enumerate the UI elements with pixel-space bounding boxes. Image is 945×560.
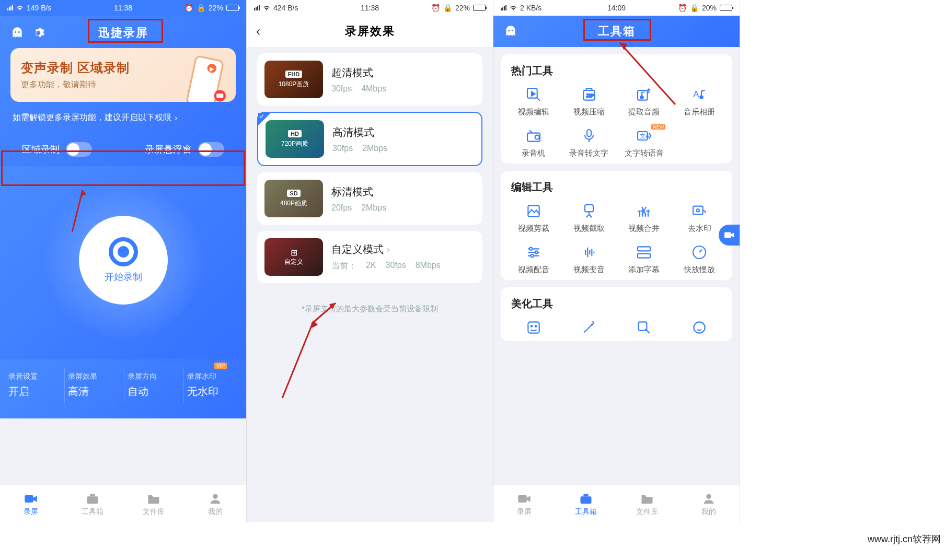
quality-mode-fhd[interactable]: FHD 1080P画质 超清模式 30fps4Mbps <box>257 53 482 106</box>
tool-speech-to-text[interactable]: 录音转文字 <box>561 127 617 158</box>
status-time: 11:38 <box>361 4 379 12</box>
svg-point-16 <box>535 135 539 139</box>
ghost-icon[interactable] <box>504 25 517 38</box>
svg-rect-35 <box>724 232 731 238</box>
svg-rect-36 <box>518 495 526 503</box>
camera-icon <box>723 229 735 241</box>
bottom-nav-1: 录屏 工具箱 文件库 我的 <box>0 485 246 522</box>
signal-icon <box>501 5 506 10</box>
sliders-icon <box>525 244 542 261</box>
chevron-right-icon: › <box>175 113 177 123</box>
quality-mode-hd[interactable]: HD 720P画质 高清模式 30fps2Mbps <box>257 112 482 166</box>
gear-icon[interactable] <box>31 26 45 40</box>
battery-icon <box>226 5 239 11</box>
svg-rect-5 <box>87 496 98 504</box>
status-time: 11:38 <box>114 4 132 12</box>
net-speed: 2 KB/s <box>520 4 541 12</box>
music-album-icon: A <box>691 86 708 103</box>
svg-point-39 <box>706 494 711 498</box>
signal-icon <box>7 5 13 10</box>
svg-point-25 <box>535 251 538 253</box>
folder-icon <box>146 492 161 506</box>
status-bar: 2 KB/s 14:09 ⏰🔒 20% <box>493 0 740 16</box>
tool-video-trim[interactable]: 视频截取 <box>561 203 617 234</box>
svg-point-7 <box>213 494 217 498</box>
tool-recorder[interactable]: 录音机 <box>506 127 561 158</box>
quality-mode-custom[interactable]: ⊞ 自定义 自定义模式 › 当前：2K30fps8Mbps <box>257 231 482 283</box>
net-speed: 149 B/s <box>27 4 51 12</box>
nav-files[interactable]: 文件库 <box>123 485 185 522</box>
tool-video-dub[interactable]: 视频配音 <box>506 244 561 275</box>
battery-icon <box>473 5 486 11</box>
start-record-button[interactable]: 开始录制 <box>79 216 168 305</box>
tool-video-edit[interactable]: 视频编辑 <box>506 86 561 117</box>
record-button-label: 开始录制 <box>105 271 142 283</box>
svg-rect-17 <box>587 130 591 136</box>
fhd-thumb: FHD 1080P画质 <box>264 61 323 98</box>
option-audio[interactable]: 录音设置 开启 <box>5 368 62 403</box>
option-watermark[interactable]: VIP 录屏水印 无水印 <box>183 368 241 403</box>
tool-remove-watermark[interactable]: 去水印 <box>672 203 727 234</box>
tool-beautify-4[interactable] <box>672 319 727 336</box>
tool-voice-change[interactable]: 视频变音 <box>561 244 617 275</box>
text-speech-icon: 文A <box>636 127 652 144</box>
tool-add-subtitle[interactable]: 添加字幕 <box>617 244 672 275</box>
tool-video-crop[interactable]: 视频剪裁 <box>506 203 561 234</box>
svg-rect-22 <box>693 206 703 215</box>
folder-icon <box>640 492 654 506</box>
svg-text:ZIP: ZIP <box>586 93 594 98</box>
promo-banner[interactable]: 变声录制 区域录制 更多功能，敬请期待 <box>10 48 236 102</box>
custom-thumb: ⊞ 自定义 <box>264 238 323 276</box>
svg-text:A: A <box>693 89 699 99</box>
zip-icon: ZIP <box>581 86 597 103</box>
tool-beautify-2[interactable] <box>561 319 617 336</box>
battery-pct: 22% <box>209 4 223 12</box>
tool-beautify-3[interactable] <box>617 319 672 336</box>
nav-profile[interactable]: 我的 <box>678 485 740 522</box>
record-options-row: 录音设置 开启 录屏效果 高清 录屏方向 自动 VIP 录屏水印 无水印 <box>0 359 246 418</box>
svg-rect-21 <box>585 205 593 212</box>
tool-beautify-1[interactable] <box>506 319 561 336</box>
tool-speed-change[interactable]: 快放慢放 <box>672 244 727 275</box>
play-edit-icon <box>525 86 542 103</box>
chevron-right-icon: › <box>387 243 390 255</box>
bottom-nav-3: 录屏 工具箱 文件库 我的 <box>493 485 740 522</box>
watermark-remove-icon <box>691 203 708 219</box>
sd-thumb: SD 480P画质 <box>264 180 323 217</box>
hd-thumb: HD 720P画质 <box>266 120 324 158</box>
quality-mode-sd[interactable]: SD 480P画质 标清模式 20fps2Mbps <box>257 172 482 225</box>
back-button[interactable]: ‹ <box>256 24 260 39</box>
tool-text-to-speech[interactable]: NEW文A文字转语音 <box>617 127 672 158</box>
nav-files[interactable]: 文件库 <box>617 485 678 522</box>
section-beautify-tools: 美化工具 <box>501 287 732 341</box>
nav-toolbox[interactable]: 工具箱 <box>62 485 123 522</box>
option-quality[interactable]: 录屏效果 高清 <box>64 368 122 403</box>
tool-music-album[interactable]: A音乐相册 <box>672 86 727 117</box>
vip-badge: VIP <box>214 363 227 369</box>
annotation-box-3 <box>583 19 651 41</box>
wifi-icon <box>263 4 270 11</box>
tool-video-merge[interactable]: 视频合并 <box>617 203 672 234</box>
speed-icon <box>691 244 708 261</box>
section-edit-tools: 编辑工具 视频剪裁 视频截取 视频合并 去水印 视频配音 视频变音 添加字幕 快… <box>501 171 732 280</box>
svg-rect-28 <box>638 254 650 258</box>
nav-profile[interactable]: 我的 <box>185 485 246 522</box>
toolbox-icon <box>579 492 593 506</box>
nav-record[interactable]: 录屏 <box>493 485 555 522</box>
page-title: 录屏效果 <box>345 24 395 39</box>
svg-rect-38 <box>583 494 588 496</box>
option-orientation[interactable]: 录屏方向 自动 <box>124 368 181 403</box>
float-record-button[interactable] <box>719 225 740 246</box>
wand-icon <box>581 319 597 336</box>
annotation-arrow-1 <box>67 186 88 233</box>
radio-icon <box>525 127 542 144</box>
status-bar: 149 B/s 11:38 ⏰🔒 22% <box>0 0 246 16</box>
nav-record[interactable]: 录屏 <box>0 485 62 522</box>
ghost-icon[interactable] <box>10 26 24 40</box>
annotation-box-1 <box>1 150 245 186</box>
permission-hint[interactable]: 如需解锁更多录屏功能，建议开启以下权限 › <box>10 109 236 133</box>
svg-rect-37 <box>580 496 591 504</box>
tool-video-compress[interactable]: ZIP视频压缩 <box>561 86 617 117</box>
person-icon <box>701 492 716 506</box>
nav-toolbox[interactable]: 工具箱 <box>555 485 617 522</box>
